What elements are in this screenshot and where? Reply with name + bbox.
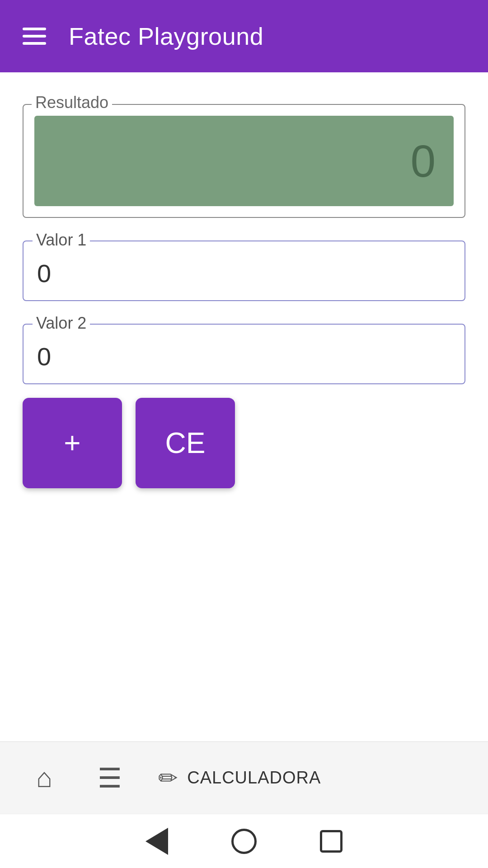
nav-active-section: ✏ CALCULADORA (145, 764, 334, 792)
home-icon: ⌂ (36, 762, 52, 793)
bottom-nav: ⌂ ☰ ✏ CALCULADORA (0, 741, 488, 814)
spacer (23, 502, 465, 723)
recents-button[interactable] (320, 830, 343, 853)
valor1-fieldset[interactable]: Valor 1 0 (23, 241, 465, 301)
resultado-label: Resultado (32, 93, 112, 112)
recents-icon (320, 830, 343, 853)
app-bar: Fatec Playground (0, 0, 488, 72)
action-buttons-row: + CE (23, 398, 465, 488)
hamburger-menu-button[interactable] (18, 23, 51, 49)
result-value: 0 (410, 135, 436, 187)
valor1-value: 0 (37, 255, 451, 291)
nav-active-label: CALCULADORA (187, 768, 321, 788)
nav-menu-button[interactable]: ☰ (75, 742, 145, 814)
valor1-label: Valor 1 (33, 231, 90, 250)
result-display: 0 (34, 116, 454, 206)
valor2-value: 0 (37, 338, 451, 374)
ce-button[interactable]: CE (136, 398, 235, 488)
home-button[interactable] (231, 829, 257, 854)
valor2-fieldset[interactable]: Valor 2 0 (23, 324, 465, 384)
menu-line-3 (23, 42, 46, 45)
valor2-label: Valor 2 (33, 314, 90, 333)
home-icon-system (231, 829, 257, 854)
resultado-section: Resultado 0 (23, 104, 465, 218)
menu-line-1 (23, 28, 46, 30)
list-icon: ☰ (98, 762, 122, 794)
main-content: Resultado 0 Valor 1 0 Valor 2 0 + CE (0, 72, 488, 741)
system-nav-bar (0, 814, 488, 868)
nav-home-button[interactable]: ⌂ (14, 742, 75, 814)
add-button[interactable]: + (23, 398, 122, 488)
back-icon (145, 828, 168, 855)
back-button[interactable] (145, 828, 168, 855)
app-title: Fatec Playground (69, 22, 263, 50)
menu-line-2 (23, 35, 46, 38)
resultado-fieldset: Resultado 0 (23, 104, 465, 218)
edit-icon: ✏ (158, 764, 178, 792)
